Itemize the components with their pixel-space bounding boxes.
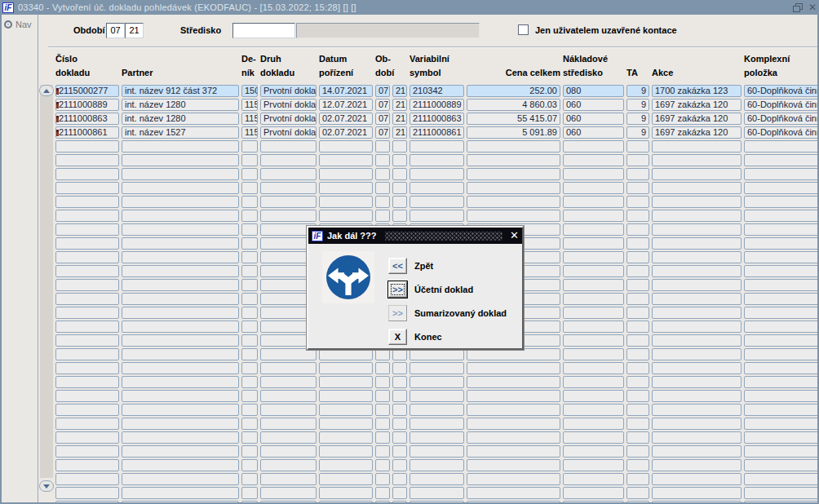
table-cell: 1697 zakázka 120 [652, 113, 742, 125]
table-cell [563, 487, 624, 499]
table-cell [392, 445, 407, 458]
table-row[interactable]: 2111000861int. název 1527115Prvotní dokl… [55, 126, 819, 139]
dialog-button-konec[interactable]: X [388, 329, 407, 345]
table-cell [319, 362, 373, 374]
table-cell [55, 376, 119, 388]
arrow-down-icon [43, 484, 50, 489]
table-cell [55, 182, 119, 194]
row-marker-icon [56, 102, 59, 108]
table-cell [319, 459, 373, 471]
table-cell [319, 445, 373, 458]
table-cell [241, 307, 258, 319]
table-cell [744, 279, 819, 291]
dialog-titlebar-pattern [385, 232, 503, 241]
table-cell [626, 487, 649, 499]
table-row[interactable]: 2115000277int. název 912 část 372150Prvo… [55, 85, 819, 97]
table-cell [652, 431, 742, 444]
table-cell [652, 140, 742, 153]
table-row-empty [55, 487, 819, 499]
table-cell [55, 307, 119, 319]
table-cell [241, 445, 258, 458]
sidebar-item-nav[interactable]: Nav [2, 15, 38, 34]
table-cell [563, 445, 624, 458]
table-cell [652, 362, 742, 374]
table-cell: Prvotní doklad [260, 85, 317, 97]
table-cell [563, 210, 624, 222]
table-cell [55, 321, 119, 333]
table-cell [563, 431, 624, 444]
restore-window-icon[interactable] [793, 3, 802, 11]
column-header: Komplexnípoložka [744, 52, 819, 80]
table-cell [744, 307, 819, 319]
table-cell [241, 140, 258, 153]
table-cell [626, 182, 649, 194]
table-cell [319, 168, 373, 180]
table-cell [241, 210, 258, 222]
table-cell: 115 [241, 126, 258, 139]
table-cell [122, 445, 239, 458]
table-cell [260, 182, 317, 194]
stredisko-input[interactable] [232, 23, 295, 38]
table-row-empty [55, 168, 819, 180]
table-cell: 2111000889 [55, 99, 119, 111]
table-cell [410, 445, 464, 458]
table-cell: int. název 1280 [122, 99, 239, 111]
form-separator [48, 46, 819, 48]
table-cell: int. název 1527 [122, 126, 239, 139]
close-window-icon[interactable]: ✕ [808, 2, 817, 13]
table-cell [744, 334, 819, 347]
filter-form: Období 07 21 Středisko Jen uživatelem uz… [40, 15, 819, 47]
table-cell: 252.00 [467, 85, 560, 97]
table-cell [392, 196, 407, 208]
table-cell [467, 501, 560, 504]
table-cell [260, 473, 317, 485]
table-cell [626, 196, 649, 208]
table-cell [626, 404, 649, 416]
table-cell [744, 487, 819, 499]
table-row[interactable]: 2111000863int. název 1280115Prvotní dokl… [55, 113, 819, 125]
table-row-empty [55, 418, 819, 430]
table-cell [626, 223, 649, 236]
table-cell [410, 182, 464, 194]
table-cell [626, 348, 649, 360]
table-cell [122, 168, 239, 180]
obdobi-year-field[interactable]: 21 [125, 23, 144, 38]
table-row[interactable]: 2111000889int. název 1280115Prvotní dokl… [55, 99, 819, 111]
obdobi-month-field[interactable]: 07 [106, 23, 125, 38]
table-cell [410, 459, 464, 471]
table-cell [410, 376, 464, 388]
table-cell [55, 445, 119, 458]
table-cell: 4 860.03 [467, 99, 560, 111]
dialog-button-zp-t[interactable]: << [388, 258, 407, 274]
table-cell [467, 459, 560, 471]
uzavrene-kontace-checkbox[interactable] [518, 24, 529, 35]
dialog-button--etn-doklad[interactable]: >> [388, 281, 407, 298]
table-row-empty [55, 473, 819, 485]
table-cell [55, 459, 119, 471]
table-row-empty [55, 404, 819, 416]
table-vscrollbar[interactable] [40, 85, 53, 478]
nav-radio-icon [4, 20, 12, 29]
dialog-titlebar[interactable]: iF Jak dál ??? ✕ [308, 228, 522, 244]
table-cell [260, 140, 317, 153]
table-cell [260, 404, 317, 416]
table-cell [260, 487, 317, 499]
table-cell [319, 501, 373, 504]
table-cell [744, 140, 819, 153]
row-marker-icon [56, 116, 59, 122]
table-cell [241, 376, 258, 388]
scroll-down-button[interactable] [39, 480, 54, 492]
table-cell [563, 321, 624, 333]
table-cell: 060 [563, 126, 624, 139]
table-cell [563, 390, 624, 402]
table-cell [241, 362, 258, 374]
dialog-button-sumarizovan-doklad[interactable]: >> [388, 305, 407, 321]
table-cell [392, 487, 407, 499]
scroll-up-button[interactable] [39, 85, 54, 96]
table-cell [241, 237, 258, 250]
table-cell [563, 251, 624, 263]
window-titlebar[interactable]: iF 03340 - Vytvoření úč. dokladu pohledá… [0, 0, 819, 15]
table-cell [410, 362, 464, 374]
dialog-close-icon[interactable]: ✕ [510, 230, 519, 241]
table-cell: 115 [241, 99, 258, 111]
